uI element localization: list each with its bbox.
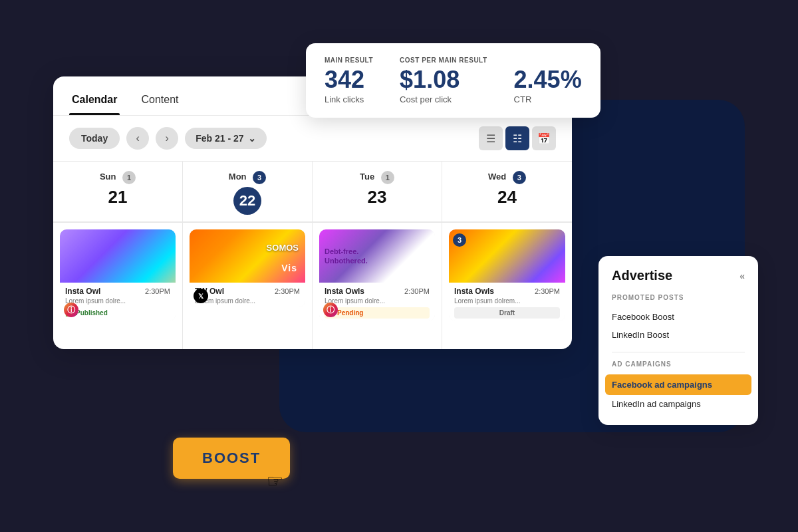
post-info-insta-owls2: Insta Owls 2:30PM Lorem ipsum dolrem... … [449,283,565,321]
calendar-toolbar: Today ‹ › Feb 21 - 27 ⌄ ☰ ☷ 📅 [53,116,572,161]
date-range-button[interactable]: Feb 21 - 27 ⌄ [185,128,266,149]
day-cell-wed: 3 Insta Owls 2:30PM Lorem ipsum dolrem..… [442,223,572,349]
today-button[interactable]: Today [69,128,120,149]
collapse-button[interactable]: « [739,271,745,281]
post-info-debt-free: Insta Owls 2:30PM Lorem ipsum dolre... ⚠… [319,283,435,321]
post-image-insta-owls2 [449,229,565,283]
post-image-debt-free: Debt-free.Unbothered. [319,229,435,283]
post-count-badge: 3 [453,233,466,247]
tab-content[interactable]: Content [138,88,181,115]
ctr-sub: CTR [514,94,582,104]
post-image-tw-owl: SOMOS Vis [190,229,305,283]
post-card-tw-owl[interactable]: SOMOS Vis 𝕏 TW Owl 2:30PM Lorem ipsum do… [190,229,305,307]
day-header-sun: Sun 1 21 [53,162,183,222]
metric-main-result: MAIN RESULT 342 Link clicks [325,57,373,104]
list-view-button[interactable]: ☰ [479,126,503,150]
twitter-badge: 𝕏 [194,289,208,303]
calendar-header-row: Sun 1 21 Mon 3 22 Tue 1 23 Wed 3 24 [53,161,572,222]
cost-label: COST PER MAIN RESULT [400,57,487,64]
metrics-card: MAIN RESULT 342 Link clicks COST PER MAI… [306,43,600,118]
calendar-body: ⓘ Insta Owl 2:30PM Lorem ipsum dolre... … [53,222,572,349]
tab-calendar[interactable]: Calendar [69,88,120,115]
next-button[interactable]: › [156,127,178,150]
day-header-mon: Mon 3 22 [183,162,313,222]
ad-campaigns-label: AD CAMPAIGNS [612,360,745,368]
cursor-icon: ☞ [267,470,283,492]
post-card-insta-owls2[interactable]: 3 Insta Owls 2:30PM Lorem ipsum dolrem..… [449,229,565,321]
boost-button-container: BOOST ☞ [173,438,290,479]
view-buttons: ☰ ☷ 📅 [479,126,556,150]
chevron-down-icon: ⌄ [248,133,256,144]
ctr-label [514,57,582,64]
cost-value: $1.08 [400,68,487,92]
linkedin-campaigns-item[interactable]: LinkedIn ad campaigns [612,395,745,413]
main-result-label: MAIN RESULT [325,57,373,64]
advertise-title: Advertise [612,268,672,283]
facebook-campaigns-item[interactable]: Facebook ad campaigns [605,374,751,395]
advertise-panel: Advertise « PROMOTED POSTS Facebook Boos… [598,256,758,425]
linkedin-boost-item[interactable]: LinkedIn Boost [612,326,745,344]
post-card-insta-owl[interactable]: ⓘ Insta Owl 2:30PM Lorem ipsum dolre... … [60,229,176,321]
grid-view-button[interactable]: ☷ [505,126,529,150]
day-cell-tue: Debt-free.Unbothered. ⓘ Insta Owls 2:30P… [313,223,442,349]
day-header-wed: Wed 3 24 [442,162,572,222]
main-result-value: 342 [325,68,373,92]
post-image-insta-owl [60,229,176,283]
metric-ctr: 2.45% CTR [514,57,582,104]
cost-sub: Cost per click [400,94,487,104]
post-card-debt-free[interactable]: Debt-free.Unbothered. ⓘ Insta Owls 2:30P… [319,229,435,321]
divider [612,352,745,352]
instagram-badge: ⓘ [64,303,78,317]
prev-button[interactable]: ‹ [126,127,149,150]
post-info-insta-owl: Insta Owl 2:30PM Lorem ipsum dolre... ✅ … [60,283,176,321]
day-cell-sun: ⓘ Insta Owl 2:30PM Lorem ipsum dolre... … [53,223,183,349]
main-result-sub: Link clicks [325,94,373,104]
ctr-value: 2.45% [514,68,582,92]
day-header-tue: Tue 1 23 [313,162,442,222]
promoted-posts-label: PROMOTED POSTS [612,294,745,301]
facebook-boost-item[interactable]: Facebook Boost [612,308,745,326]
calendar-view-button[interactable]: 📅 [532,126,556,150]
metric-cost: COST PER MAIN RESULT $1.08 Cost per clic… [400,57,487,104]
advertise-header: Advertise « [612,268,745,283]
day-cell-mon: SOMOS Vis 𝕏 TW Owl 2:30PM Lorem ipsum do… [183,223,313,349]
instagram-badge-2: ⓘ [323,303,338,317]
